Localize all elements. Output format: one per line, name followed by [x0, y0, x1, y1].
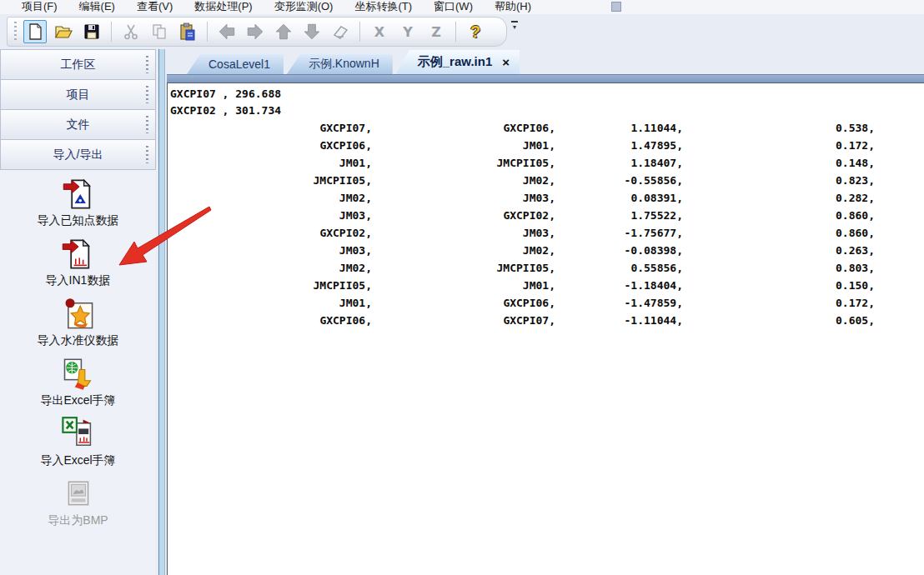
copy-button[interactable] [148, 20, 171, 43]
toolbar: X Y Z ? [7, 17, 507, 47]
data-row: JMCPII05,JM02,-0.55856,0.823, [170, 172, 924, 189]
tab-cosalevel1[interactable]: CosaLevel1 [187, 54, 284, 74]
data-cell: 1.75522, [555, 207, 683, 224]
data-cell: -0.08398, [555, 242, 683, 259]
panel-label: 导入/导出 [53, 148, 103, 162]
data-cell: -0.55856, [555, 172, 683, 189]
forward-button[interactable] [244, 20, 267, 43]
data-cell: 0.08391, [555, 189, 683, 207]
data-cell: GXCPI02, [170, 224, 372, 242]
toolbar-overflow-button[interactable]: ▾ [510, 21, 519, 31]
new-document-icon [26, 22, 44, 41]
sidebar-item-export-excel-fieldbook[interactable]: 导出Excel手簿 [40, 358, 115, 408]
toolbar-grip[interactable] [14, 22, 17, 42]
tab-knownh[interactable]: 示例.KnownH [287, 54, 393, 74]
data-cell: JM01, [372, 277, 555, 294]
data-cell: -1.18404, [555, 277, 683, 294]
move-down-button[interactable] [300, 20, 324, 43]
sidebar-item-import-in1-data[interactable]: 导入IN1数据 [46, 238, 111, 288]
data-row: GXCPI06,JM01,1.47895,0.172, [170, 137, 924, 154]
tab-close-icon[interactable]: × [502, 55, 510, 69]
sidebar: 工作区 项目 文件 导入/导出 [0, 49, 156, 575]
up-arrow-icon [274, 22, 294, 42]
sidebar-item-import-known-points[interactable]: 导入已知点数据 [38, 178, 119, 228]
main-area: CosaLevel1 示例.KnownH 示例_raw.in1 × GXCPI0… [167, 49, 924, 575]
sidebar-item-list: 导入已知点数据 导入IN1数据 [0, 170, 156, 575]
help-button[interactable]: ? [464, 20, 487, 43]
axis-z-button[interactable]: Z [424, 20, 448, 43]
back-arrow-icon [217, 22, 237, 42]
open-folder-icon [53, 22, 73, 42]
data-cell: GXCPI06, [170, 312, 372, 329]
menu-view[interactable]: 查看(V) [137, 0, 173, 12]
axis-x-button[interactable]: X [368, 20, 391, 43]
menu-coordinate-transform[interactable]: 坐标转换(T) [354, 0, 412, 12]
editor-content[interactable]: GXCPI07 , 296.688 GXCPI02 , 301.734 GXCP… [167, 82, 924, 575]
panel-grip [146, 116, 148, 133]
move-up-button[interactable] [272, 20, 295, 43]
panel-grip [146, 56, 148, 73]
data-cell: 0.823, [683, 172, 875, 189]
sidebar-panel-import-export[interactable]: 导入/导出 [0, 140, 156, 170]
data-cell: JM01, [372, 137, 555, 154]
down-arrow-icon [302, 22, 322, 42]
data-cell: JMCPII05, [372, 154, 555, 172]
data-row: JM02,JMCPII05,0.55856,0.803, [170, 259, 924, 277]
sidebar-item-export-bmp[interactable]: 导出为BMP [48, 478, 108, 528]
data-cell: 0.148, [683, 154, 875, 172]
data-cell: 1.18407, [555, 154, 683, 172]
sidebar-panel-project[interactable]: 项目 [0, 80, 156, 110]
sidebar-item-import-excel-fieldbook[interactable]: 导入Excel手簿 [40, 418, 115, 468]
sidebar-panel-workspace[interactable]: 工作区 [0, 49, 156, 80]
export-excel-fieldbook-icon [61, 358, 94, 391]
menu-window[interactable]: 窗口(W) [434, 0, 473, 12]
cut-button[interactable] [119, 20, 143, 43]
data-cell: -1.11044, [555, 312, 683, 329]
help-icon: ? [470, 22, 480, 42]
data-cell: JM01, [170, 294, 372, 312]
menu-project[interactable]: 项目(F) [22, 0, 58, 12]
sidebar-panel-file[interactable]: 文件 [0, 110, 156, 140]
import-in1-data-icon [61, 238, 94, 271]
panel-label: 项目 [67, 88, 90, 102]
menu-deformation-monitoring[interactable]: 变形监测(O) [274, 0, 334, 12]
panel-label: 文件 [67, 118, 90, 132]
data-cell: GXCPI06, [170, 137, 372, 154]
panel-grip [146, 146, 148, 163]
menu-help[interactable]: 帮助(H) [495, 0, 531, 12]
sidebar-item-import-level-data[interactable]: 导入水准仪数据 [38, 298, 119, 348]
work-area: 工作区 项目 文件 导入/导出 [0, 49, 924, 575]
paste-button[interactable] [176, 20, 199, 43]
menu-data-processing[interactable]: 数据处理(P) [194, 0, 252, 12]
data-cell: 0.150, [683, 277, 875, 294]
toolbar-separator [207, 22, 208, 42]
data-row: JM03,JM02,-0.08398,0.263, [170, 242, 924, 259]
sidebar-item-label: 导入Excel手簿 [40, 453, 115, 468]
back-button[interactable] [215, 20, 239, 43]
header-line: GXCPI02 , 301.734 [170, 102, 924, 119]
sidebar-splitter[interactable] [156, 49, 167, 575]
axis-y-button[interactable]: Y [396, 20, 419, 43]
toolbar-separator [111, 22, 112, 42]
data-cell: JM03, [372, 224, 555, 242]
new-file-button[interactable] [23, 20, 47, 43]
tab-raw-in1[interactable]: 示例_raw.in1 × [396, 50, 520, 74]
menu-edit[interactable]: 编辑(E) [79, 0, 115, 12]
tab-label: 示例.KnownH [309, 57, 379, 72]
data-cell: 0.538, [683, 119, 875, 137]
erase-button[interactable] [329, 20, 352, 43]
axis-x-icon: X [374, 24, 384, 40]
data-cell: JM03, [372, 189, 555, 207]
data-row: GXCPI07,GXCPI06,1.11044,0.538, [170, 119, 924, 137]
menu-bar: 项目(F) 编辑(E) 查看(V) 数据处理(P) 变形监测(O) 坐标转换(T… [0, 0, 924, 14]
data-cell: 1.11044, [555, 119, 683, 137]
save-button[interactable] [80, 20, 103, 43]
data-rows: GXCPI07,GXCPI06,1.11044,0.538,GXCPI06,JM… [170, 119, 924, 329]
splitter-bar [158, 49, 165, 575]
data-cell: JM03, [170, 242, 372, 259]
data-cell: JM01, [170, 154, 372, 172]
data-cell: 0.605, [683, 312, 875, 329]
data-cell: JM03, [170, 207, 372, 224]
open-file-button[interactable] [52, 20, 75, 43]
import-known-points-icon [62, 178, 95, 211]
